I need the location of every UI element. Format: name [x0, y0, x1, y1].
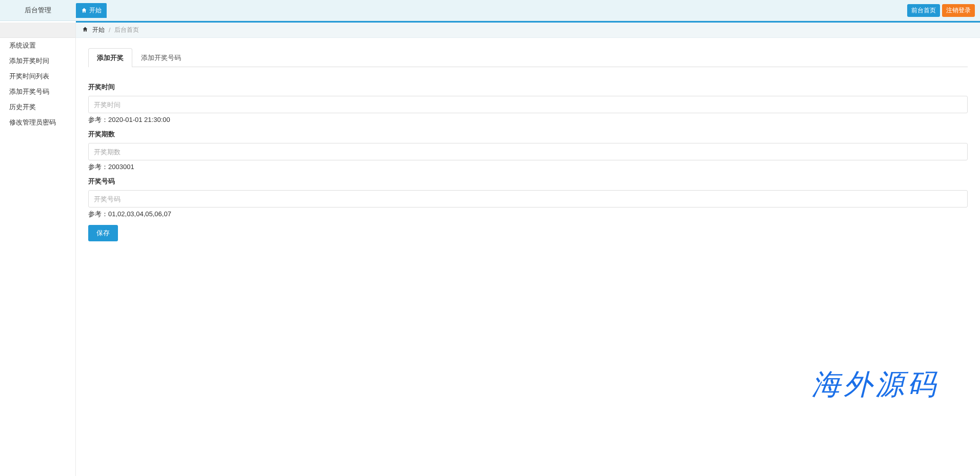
- tab-add-draw-number[interactable]: 添加开奖号码: [132, 48, 190, 67]
- sidebar: 系统设置 添加开奖时间 开奖时间列表 添加开奖号码 历史开奖 修改管理员密码: [0, 23, 76, 476]
- label-draw-time: 开奖时间: [88, 82, 968, 92]
- home-icon: [82, 26, 88, 34]
- breadcrumb-separator: /: [109, 27, 110, 34]
- breadcrumb-start[interactable]: 开始: [92, 26, 105, 34]
- sidebar-spacer: [0, 23, 75, 38]
- logout-button[interactable]: 注销登录: [942, 4, 975, 17]
- help-draw-numbers: 参考：01,02,03,04,05,06,07: [88, 210, 968, 219]
- sidebar-item-system-settings[interactable]: 系统设置: [0, 38, 75, 53]
- sidebar-item-draw-time-list[interactable]: 开奖时间列表: [0, 69, 75, 84]
- input-draw-time[interactable]: [88, 96, 968, 113]
- tab-start[interactable]: 开始: [76, 3, 107, 18]
- layout: 系统设置 添加开奖时间 开奖时间列表 添加开奖号码 历史开奖 修改管理员密码 开…: [0, 23, 980, 476]
- input-draw-numbers[interactable]: [88, 190, 968, 208]
- sidebar-item-change-admin-password[interactable]: 修改管理员密码: [0, 115, 75, 130]
- front-home-button[interactable]: 前台首页: [907, 4, 940, 17]
- home-icon: [81, 7, 87, 13]
- breadcrumb-current: 后台首页: [114, 26, 139, 34]
- breadcrumb: 开始 / 后台首页: [76, 23, 980, 38]
- topbar: 后台管理 开始 前台首页 注销登录: [0, 0, 980, 21]
- content: 开始 / 后台首页 添加开奖 添加开奖号码 开奖时间 参考：2020-01-01…: [76, 23, 980, 476]
- help-draw-issue: 参考：2003001: [88, 162, 968, 172]
- topbar-right: 前台首页 注销登录: [907, 4, 980, 17]
- sidebar-item-add-draw-time[interactable]: 添加开奖时间: [0, 53, 75, 69]
- group-draw-time: 开奖时间 参考：2020-01-01 21:30:00: [88, 82, 968, 125]
- content-tabs: 添加开奖 添加开奖号码: [88, 48, 968, 67]
- save-button[interactable]: 保存: [88, 225, 118, 241]
- topbar-left: 后台管理 开始: [0, 3, 107, 18]
- group-draw-issue: 开奖期数 参考：2003001: [88, 130, 968, 172]
- input-draw-issue[interactable]: [88, 143, 968, 160]
- tab-start-label: 开始: [89, 6, 102, 15]
- tab-add-draw[interactable]: 添加开奖: [88, 48, 132, 67]
- brand: 后台管理: [0, 6, 76, 15]
- help-draw-time: 参考：2020-01-01 21:30:00: [88, 115, 968, 125]
- label-draw-issue: 开奖期数: [88, 130, 968, 139]
- sidebar-item-add-draw-number[interactable]: 添加开奖号码: [0, 84, 75, 99]
- draw-form: 开奖时间 参考：2020-01-01 21:30:00 开奖期数 参考：2003…: [88, 67, 968, 241]
- panel: 添加开奖 添加开奖号码 开奖时间 参考：2020-01-01 21:30:00 …: [88, 48, 968, 241]
- sidebar-item-history-draw[interactable]: 历史开奖: [0, 99, 75, 115]
- label-draw-numbers: 开奖号码: [88, 177, 968, 186]
- group-draw-numbers: 开奖号码 参考：01,02,03,04,05,06,07: [88, 177, 968, 219]
